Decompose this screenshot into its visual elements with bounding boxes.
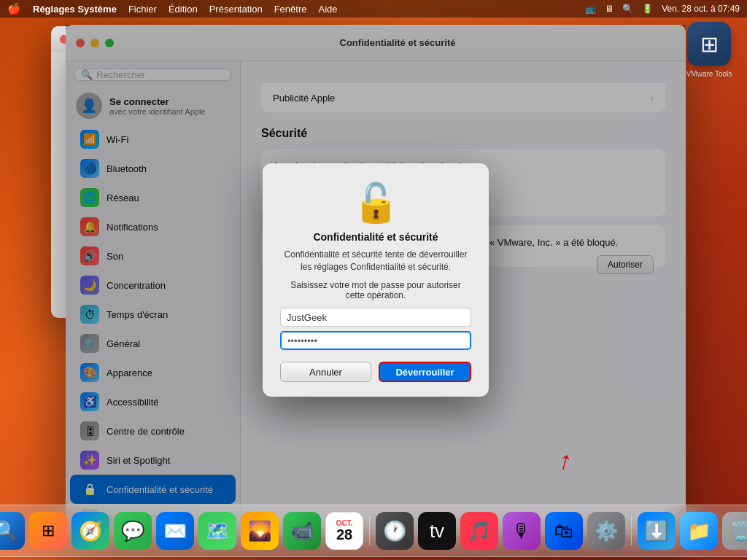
search-icon[interactable]: 🔍	[622, 4, 633, 14]
modal-desc: Confidentialité et sécurité tente de dév…	[285, 249, 468, 273]
modal-overlay: 🔓 Confidentialité et sécurité Confidenti…	[66, 61, 686, 535]
main-window: Confidentialité et sécurité 🔍 Rechercher…	[66, 25, 686, 535]
dock-trash[interactable]: 🗑️	[722, 512, 747, 550]
vmware-tools-icon[interactable]: ⊞ VMware Tools	[686, 22, 732, 88]
password-dialog: 🔓 Confidentialité et sécurité Confidenti…	[263, 163, 489, 397]
menu-bar: 🍎 Réglages Système Fichier Édition Prése…	[0, 0, 747, 18]
dock-finder[interactable]: 🔍	[0, 512, 25, 550]
modal-desc2: les réglages Confidentialité et sécurité…	[301, 262, 451, 272]
dock-appletv[interactable]: tv	[418, 512, 456, 550]
menu-edition[interactable]: Édition	[169, 4, 198, 15]
dock-calendar[interactable]: OCT.28	[325, 512, 363, 550]
dock-clock[interactable]: 🕐	[376, 512, 414, 550]
datetime: Ven. 28 oct. à 07:49	[662, 4, 740, 14]
modal-desc1: Confidentialité et sécurité tente de dév…	[285, 249, 468, 260]
dock-messages[interactable]: 💬	[114, 512, 152, 550]
menu-presentation[interactable]: Présentation	[209, 4, 263, 15]
dock-music[interactable]: 🎵	[460, 512, 498, 550]
menu-fenetre[interactable]: Fenêtre	[274, 4, 307, 15]
dock-separator	[369, 516, 370, 545]
dock-mail[interactable]: ✉️	[156, 512, 194, 550]
dock-safari[interactable]: 🧭	[71, 512, 109, 550]
dock-podcasts[interactable]: 🎙	[503, 512, 541, 550]
monitor-icon: 🖥	[605, 4, 614, 14]
apple-menu[interactable]: 🍎	[7, 2, 21, 15]
dock-launchpad[interactable]: ⊞	[29, 512, 67, 550]
dock-facetime[interactable]: 📹	[283, 512, 321, 550]
username-field[interactable]	[280, 308, 471, 327]
modal-title: Confidentialité et sécurité	[313, 231, 438, 243]
dock-appstore[interactable]: 🛍	[545, 512, 583, 550]
lock-icon: 🔓	[352, 181, 400, 225]
modal-prompt: Saisissez votre mot de passe pour autori…	[290, 280, 460, 300]
dock-download[interactable]: ⬇️	[638, 512, 676, 550]
menu-bar-right: 📺 🖥 🔍 🔋 Ven. 28 oct. à 07:49	[585, 4, 740, 14]
dock-folder[interactable]: 📁	[680, 512, 718, 550]
dock-sysprefs[interactable]: ⚙️	[587, 512, 625, 550]
vmware-label: VMware Tools	[686, 70, 732, 78]
menu-bar-left: 🍎 Réglages Système Fichier Édition Prése…	[7, 2, 338, 15]
main-window-body: 🔍 Rechercher 👤 Se connecter avec votre i…	[66, 61, 686, 535]
menu-fichier[interactable]: Fichier	[128, 4, 157, 15]
screen-icon: 📺	[585, 4, 596, 14]
dock: 🔍 ⊞ 🧭 💬 ✉️ 🗺️ 🌄 📹 OCT.28 🕐 tv 🎵 🎙 🛍 ⚙️	[0, 505, 747, 557]
battery-icon: 🔋	[642, 4, 653, 14]
cancel-button[interactable]: Annuler	[280, 362, 371, 382]
app-name[interactable]: Réglages Système	[33, 4, 117, 15]
modal-buttons: Annuler Déverrouiller	[280, 362, 471, 382]
password-field[interactable]	[280, 331, 471, 350]
menu-aide[interactable]: Aide	[318, 4, 337, 15]
dock-photos[interactable]: 🌄	[241, 512, 279, 550]
vmware-icon-box: ⊞	[687, 22, 731, 66]
dock-maps[interactable]: 🗺️	[198, 512, 236, 550]
unlock-button[interactable]: Déverrouiller	[379, 362, 471, 382]
dock-separator2	[631, 516, 632, 545]
